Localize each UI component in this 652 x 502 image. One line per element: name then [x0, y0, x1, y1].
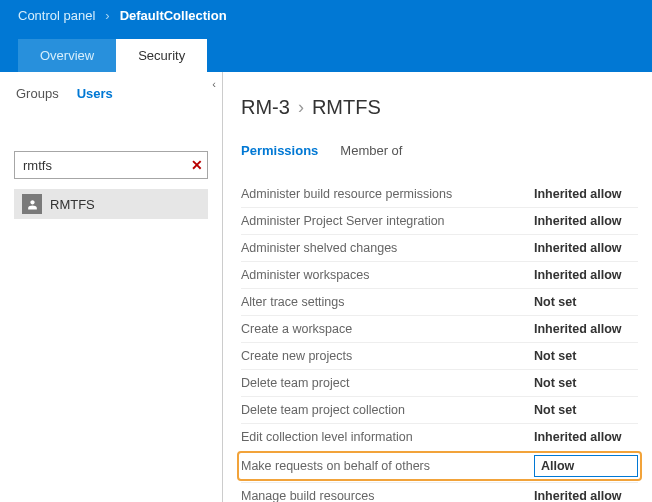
- permission-name: Create new projects: [241, 349, 534, 363]
- permission-value[interactable]: Not set: [534, 295, 638, 309]
- permission-name: Administer build resource permissions: [241, 187, 534, 201]
- user-list-item[interactable]: RMTFS: [14, 189, 208, 219]
- permission-name: Delete team project collection: [241, 403, 534, 417]
- permission-value-dropdown[interactable]: Allow: [534, 455, 638, 477]
- chevron-right-icon: ›: [105, 8, 109, 23]
- content-tab-permissions[interactable]: Permissions: [241, 143, 318, 162]
- breadcrumb-root[interactable]: Control panel: [18, 8, 95, 23]
- permission-row-highlighted[interactable]: Make requests on behalf of others Allow: [237, 451, 642, 481]
- permission-row[interactable]: Administer build resource permissions In…: [241, 180, 638, 207]
- chevron-right-icon: ›: [298, 97, 304, 118]
- breadcrumb-collection[interactable]: DefaultCollection: [120, 8, 227, 23]
- tab-security[interactable]: Security: [116, 39, 207, 72]
- side-tab-users[interactable]: Users: [77, 86, 113, 101]
- permission-name: Edit collection level information: [241, 430, 534, 444]
- permission-name: Administer workspaces: [241, 268, 534, 282]
- tab-overview[interactable]: Overview: [18, 39, 116, 72]
- permission-value[interactable]: Not set: [534, 376, 638, 390]
- permission-name: Create a workspace: [241, 322, 534, 336]
- permission-name: Alter trace settings: [241, 295, 534, 309]
- permission-value[interactable]: Not set: [534, 403, 638, 417]
- clear-search-icon[interactable]: ✕: [191, 157, 203, 173]
- permission-row[interactable]: Create new projects Not set: [241, 342, 638, 369]
- permission-name: Manage build resources: [241, 489, 534, 502]
- content-tab-memberof[interactable]: Member of: [340, 143, 402, 162]
- permission-row[interactable]: Alter trace settings Not set: [241, 288, 638, 315]
- breadcrumb: Control panel › DefaultCollection: [18, 0, 634, 23]
- permission-row[interactable]: Administer workspaces Inherited allow: [241, 261, 638, 288]
- collapse-sidebar-icon[interactable]: ‹: [212, 78, 216, 90]
- permission-row[interactable]: Administer Project Server integration In…: [241, 207, 638, 234]
- permission-name: Administer Project Server integration: [241, 214, 534, 228]
- permission-value[interactable]: Inherited allow: [534, 187, 638, 201]
- permission-value[interactable]: Inherited allow: [534, 430, 638, 444]
- search-input-wrap: ✕: [14, 151, 208, 179]
- permission-row[interactable]: Delete team project Not set: [241, 369, 638, 396]
- permission-value[interactable]: Inherited allow: [534, 322, 638, 336]
- content-scope: RM-3: [241, 96, 290, 119]
- user-list-item-label: RMTFS: [50, 197, 95, 212]
- permission-row[interactable]: Delete team project collection Not set: [241, 396, 638, 423]
- user-icon: [22, 194, 42, 214]
- search-input[interactable]: [23, 158, 191, 173]
- permission-value[interactable]: Not set: [534, 349, 638, 363]
- permission-name: Delete team project: [241, 376, 534, 390]
- permissions-list: Administer build resource permissions In…: [241, 180, 638, 502]
- permission-value[interactable]: Inherited allow: [534, 241, 638, 255]
- permission-row[interactable]: Manage build resources Inherited allow: [241, 482, 638, 502]
- content-user: RMTFS: [312, 96, 381, 119]
- content-title: RM-3 › RMTFS: [241, 96, 638, 119]
- permission-value[interactable]: Inherited allow: [534, 489, 638, 502]
- permission-row[interactable]: Create a workspace Inherited allow: [241, 315, 638, 342]
- permission-name: Make requests on behalf of others: [241, 459, 534, 473]
- permission-value[interactable]: Inherited allow: [534, 268, 638, 282]
- permission-row[interactable]: Administer shelved changes Inherited all…: [241, 234, 638, 261]
- side-tab-groups[interactable]: Groups: [16, 86, 59, 101]
- permission-name: Administer shelved changes: [241, 241, 534, 255]
- permission-value[interactable]: Inherited allow: [534, 214, 638, 228]
- permission-row[interactable]: Edit collection level information Inheri…: [241, 423, 638, 450]
